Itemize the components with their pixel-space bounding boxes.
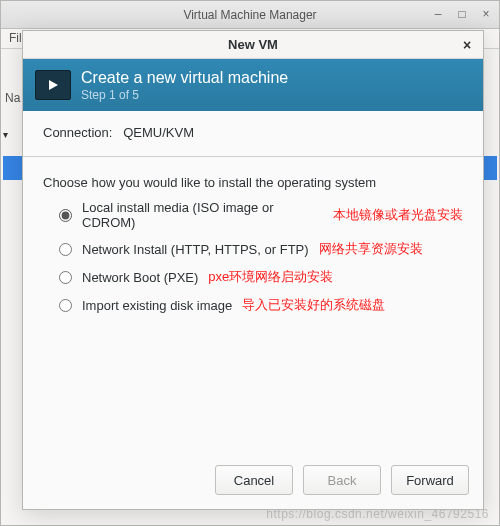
- radio-network-boot-input[interactable]: [59, 271, 72, 284]
- tree-caret-icon[interactable]: ▾: [3, 129, 8, 140]
- back-button[interactable]: Back: [303, 465, 381, 495]
- radio-local-media-input[interactable]: [59, 209, 72, 222]
- dialog-titlebar: New VM ×: [23, 31, 483, 59]
- annot-network-install: 网络共享资源安装: [319, 240, 423, 258]
- radio-network-install-label: Network Install (HTTP, HTTPS, or FTP): [82, 242, 309, 257]
- annot-import-disk: 导入已安装好的系统磁盘: [242, 296, 385, 314]
- maximize-icon[interactable]: □: [453, 5, 471, 23]
- dialog-header: Create a new virtual machine Step 1 of 5: [23, 59, 483, 111]
- dialog-footer: Cancel Back Forward: [23, 455, 483, 509]
- new-vm-dialog: New VM × Create a new virtual machine St…: [22, 30, 484, 510]
- divider: [23, 156, 483, 157]
- radio-network-boot[interactable]: Network Boot (PXE) pxe环境网络启动安装: [59, 268, 463, 286]
- monitor-play-icon: [35, 70, 71, 100]
- name-column-header: Na: [5, 91, 20, 105]
- radio-local-media[interactable]: Local install media (ISO image or CDROM)…: [59, 200, 463, 230]
- radio-network-install-input[interactable]: [59, 243, 72, 256]
- radio-import-disk[interactable]: Import existing disk image 导入已安装好的系统磁盘: [59, 296, 463, 314]
- dialog-title: New VM: [228, 37, 278, 52]
- dialog-header-title: Create a new virtual machine: [81, 69, 288, 87]
- radio-import-disk-label: Import existing disk image: [82, 298, 232, 313]
- main-title: Virtual Machine Manager: [183, 8, 316, 22]
- choose-install-label: Choose how you would like to install the…: [43, 175, 463, 190]
- close-icon[interactable]: ×: [477, 5, 495, 23]
- radio-network-boot-label: Network Boot (PXE): [82, 270, 198, 285]
- annot-network-boot: pxe环境网络启动安装: [208, 268, 333, 286]
- dialog-step-label: Step 1 of 5: [81, 88, 288, 102]
- connection-value: QEMU/KVM: [123, 125, 194, 140]
- cancel-button[interactable]: Cancel: [215, 465, 293, 495]
- main-titlebar: Virtual Machine Manager – □ ×: [1, 1, 499, 29]
- minimize-icon[interactable]: –: [429, 5, 447, 23]
- radio-network-install[interactable]: Network Install (HTTP, HTTPS, or FTP) 网络…: [59, 240, 463, 258]
- dialog-body: Connection: QEMU/KVM Choose how you woul…: [23, 111, 483, 455]
- connection-row: Connection: QEMU/KVM: [43, 125, 463, 140]
- radio-local-media-label: Local install media (ISO image or CDROM): [82, 200, 323, 230]
- dialog-close-button[interactable]: ×: [457, 35, 477, 55]
- radio-import-disk-input[interactable]: [59, 299, 72, 312]
- annot-local-media: 本地镜像或者光盘安装: [333, 206, 463, 224]
- install-method-group: Local install media (ISO image or CDROM)…: [43, 200, 463, 314]
- forward-button[interactable]: Forward: [391, 465, 469, 495]
- connection-label: Connection:: [43, 125, 112, 140]
- svg-marker-0: [49, 80, 58, 90]
